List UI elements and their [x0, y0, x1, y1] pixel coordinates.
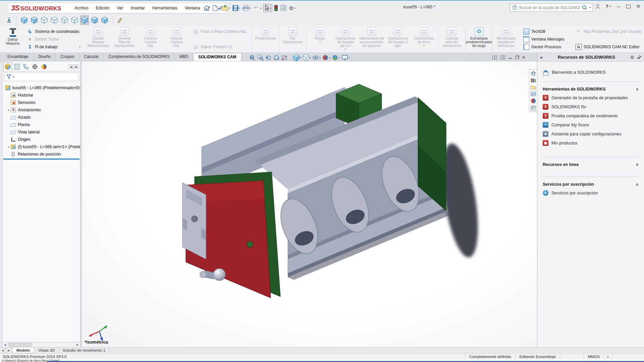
command-tab[interactable]: SOLIDWORKS CAM — [193, 53, 241, 61]
scroll-left-icon[interactable]: ◀ — [3, 342, 8, 347]
tree-item[interactable]: ▸ (f) kuse55 - L=365.iam<1> (Prede — [3, 143, 80, 150]
menu-item[interactable]: Herramientas — [149, 4, 181, 12]
ribbon-big-button[interactable]: Operaciones de fresado 3 ejes — [385, 26, 411, 52]
options-list-button[interactable] — [280, 4, 287, 12]
tree-item[interactable]: Alzado — [3, 114, 80, 121]
view-orientation-icon[interactable]: ▾ — [293, 54, 301, 61]
define-machine-button[interactable]: Definir Maquina — [3, 26, 22, 52]
settings-dropdown-icon[interactable]: ▾ — [294, 7, 295, 10]
user-account-icon[interactable] — [595, 3, 601, 9]
search-dropdown-icon[interactable]: ▾ — [589, 6, 591, 9]
configurationmanager-tab[interactable] — [21, 62, 30, 71]
view-left-button[interactable] — [40, 15, 49, 25]
scroll-right-icon[interactable]: ▶ — [6, 348, 12, 353]
graphics-viewport[interactable]: *Isométrica — [82, 61, 537, 347]
open-dropdown-icon[interactable]: ▾ — [229, 7, 230, 10]
command-tab[interactable]: Calcular — [79, 53, 104, 61]
zoom-to-area-icon[interactable] — [257, 54, 264, 61]
view-back-button[interactable] — [30, 15, 39, 25]
task-pane-item[interactable]: Prueba comparativa de rendimiento — [543, 111, 639, 120]
new-document-button[interactable]: ▾ — [212, 4, 220, 12]
ribbon-small-button[interactable]: Salvar Fichero CL — [193, 43, 248, 51]
pin-panel-icon[interactable] — [637, 55, 641, 59]
apply-scene-icon[interactable]: ▾ — [332, 54, 340, 61]
tree-expand-icon[interactable]: ▸ — [7, 108, 11, 112]
command-tab[interactable]: MBD — [175, 53, 194, 61]
custom-properties-icon[interactable] — [531, 106, 536, 111]
search-input[interactable]: Buscar en la ayuda de SOLIDWORKS — [519, 5, 580, 10]
units-spin-icon[interactable]: ▲ — [604, 354, 612, 359]
chevron-down-icon[interactable]: ∨ — [636, 162, 639, 167]
welcome-link[interactable]: Bienvenido a SOLIDWORKS — [543, 68, 639, 77]
tree-item[interactable]: kuse55 - L=365 (Predeterminado<Esta — [3, 84, 80, 92]
undo-dropdown-icon[interactable]: ▾ — [260, 7, 262, 10]
split-pane-left-icon[interactable] — [492, 56, 497, 59]
minimize-document-button[interactable] — [508, 56, 512, 59]
ribbon-small-button[interactable]: SOLIDWORKS CAM NC Editor — [576, 43, 644, 51]
displaymanager-tab[interactable] — [40, 62, 48, 71]
section-online-resources[interactable]: Recursos en línea ∨ — [543, 161, 639, 169]
tree-item[interactable]: Historial — [3, 92, 80, 99]
task-pane-item[interactable]: SOLIDWORKS Rx — [543, 102, 639, 111]
maximize-button[interactable] — [626, 5, 631, 8]
view-trimetric-button[interactable] — [90, 15, 99, 25]
ribbon-big-button[interactable]: Guardar plan de operaciones — [438, 26, 464, 52]
search-box[interactable]: Buscar en la ayuda de SOLIDWORKS ▾ — [510, 3, 593, 12]
command-tab[interactable]: Complementos de SOLIDWORKS — [104, 53, 174, 61]
search-icon[interactable] — [582, 5, 587, 10]
ribbon-small-button[interactable]: Ventana Mensajes — [523, 35, 568, 43]
tree-item[interactable]: Planta — [3, 121, 80, 128]
command-tab[interactable]: Ensamblaje — [3, 53, 34, 61]
view-right-button[interactable] — [50, 15, 59, 25]
ribbon-small-button[interactable]: TechDB — [523, 27, 568, 35]
command-tab[interactable]: Croquis — [56, 53, 79, 61]
task-pane-options-icon[interactable]: ⚙ — [630, 55, 634, 60]
save-button[interactable]: ▾ — [232, 4, 241, 12]
ribbon-big-button[interactable]: Mecanizado basado en tolerancias — [492, 26, 519, 52]
view-front-button[interactable] — [20, 15, 29, 25]
model-tab[interactable]: Vistas 3D — [34, 348, 59, 353]
view-palette-icon[interactable] — [531, 92, 536, 96]
task-pane-item[interactable]: Generador de la pestaña de propiedades — [543, 93, 639, 102]
home-button[interactable] — [203, 4, 211, 12]
ribbon-small-button[interactable]: Paso a Paso Camino Hta. — [193, 27, 248, 35]
scroll-right-icon[interactable]: ▶ — [75, 342, 80, 347]
ribbon-big-button[interactable]: Operaciones de fresado eje 2,5 ▾ — [332, 26, 359, 52]
ribbon-small-button[interactable]: Gestor Tocho — [27, 35, 80, 43]
chevron-up-icon[interactable]: ∧ — [636, 182, 639, 187]
view-isometric-button[interactable] — [80, 15, 89, 25]
menu-item[interactable]: Ver — [113, 4, 127, 12]
ribbon-small-button[interactable]: Sistema de coordenadas — [27, 27, 80, 35]
rebuild-button[interactable] — [273, 4, 279, 12]
select-tool-button[interactable]: ▾ — [263, 4, 272, 12]
tree-horizontal-scrollbar[interactable]: ◀ ▶ — [3, 342, 80, 347]
ribbon-small-button[interactable]: Hta./PortaHtas. Def. por Usuario — [576, 27, 644, 35]
collapse-panel-icon[interactable]: « — [540, 54, 543, 60]
undo-button[interactable]: ▾ — [253, 4, 262, 12]
open-button[interactable]: ▾ — [221, 4, 231, 12]
split-pane-right-icon[interactable] — [500, 56, 505, 59]
chevron-up-icon[interactable]: ∧ — [636, 87, 639, 92]
help-menu[interactable]: ? ▾ — [605, 4, 611, 9]
tree-filter[interactable]: ▾ — [4, 72, 79, 81]
scroll-left-icon[interactable]: ◀ — [0, 348, 6, 353]
restore-document-button[interactable] — [515, 56, 519, 59]
task-pane-item[interactable]: Asistente para copiar configuraciones — [543, 129, 639, 138]
tree-item[interactable]: Vista lateral — [3, 128, 80, 136]
file-explorer-icon[interactable] — [531, 85, 536, 89]
print-button[interactable]: ▾ — [242, 4, 252, 12]
appearances-scenes-icon[interactable] — [531, 98, 536, 104]
tree-expand-icon[interactable]: ▸ — [7, 145, 11, 148]
ribbon-small-button[interactable]: Pl.de trabajo ▾ — [27, 43, 80, 51]
select-dropdown-icon[interactable]: ▾ — [270, 7, 271, 10]
ribbon-small-button[interactable]: Gestor Procesos — [523, 43, 568, 51]
display-style-icon[interactable]: ▾ — [303, 54, 311, 61]
section-view-icon[interactable] — [281, 54, 288, 61]
ribbon-big-button[interactable]: Generar Camino Hta. — [138, 26, 164, 52]
dimxpertmanager-tab[interactable] — [31, 62, 39, 71]
close-button[interactable]: ✕ — [635, 3, 641, 9]
ribbon-big-button[interactable]: Extraer Rasgos Mecanizables — [85, 26, 111, 52]
filter-dropdown-icon[interactable]: ▾ — [13, 75, 14, 78]
ribbon-big-button[interactable]: Rasgo ▾ — [306, 26, 332, 52]
tree-item[interactable]: ▸ Anotaciones — [3, 106, 80, 114]
